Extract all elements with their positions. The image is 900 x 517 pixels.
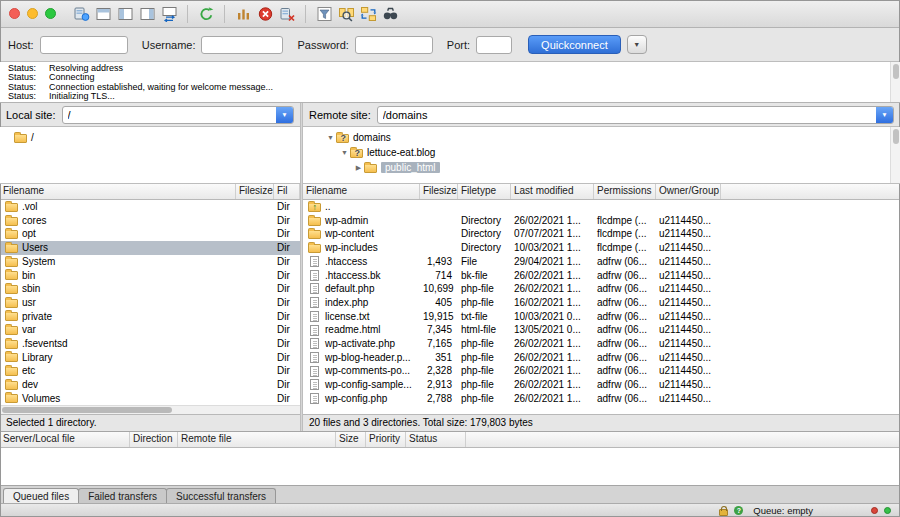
- disconnect-icon[interactable]: [276, 3, 298, 24]
- remote-tree-item[interactable]: ▼lettuce-eat.blog: [303, 145, 900, 160]
- local-file-row[interactable]: VolumesDir: [0, 392, 300, 405]
- local-file-row[interactable]: usrDir: [0, 296, 300, 310]
- filename-text: Library: [22, 351, 53, 365]
- remote-file-row[interactable]: .htaccess1,493File29/04/2021 1...adfrw (…: [303, 255, 900, 269]
- remote-file-row[interactable]: readme.html7,345html-file13/05/2021 0...…: [303, 323, 900, 337]
- minimize-button[interactable]: [27, 8, 38, 19]
- local-file-row[interactable]: varDir: [0, 323, 300, 337]
- remote-file-row[interactable]: wp-includesDirectory10/03/2021 1...flcdm…: [303, 241, 900, 255]
- remote-file-row[interactable]: wp-config.php2,788php-file26/02/2021 1..…: [303, 392, 900, 406]
- filename-text: wp-activate.php: [325, 337, 395, 351]
- local-column-header[interactable]: Filename: [0, 184, 236, 199]
- folder-icon: [5, 353, 18, 362]
- local-file-row[interactable]: privateDir: [0, 310, 300, 324]
- permissions-cell: flcdmpe (...: [594, 241, 656, 255]
- site-manager-icon[interactable]: [70, 3, 92, 24]
- remote-file-row[interactable]: license.txt19,915txt-file10/03/2021 0...…: [303, 310, 900, 324]
- remote-tree-scrollbar-thumb[interactable]: [893, 129, 899, 144]
- remote-file-row[interactable]: wp-contentDirectory07/07/2021 1...flcdmp…: [303, 227, 900, 241]
- local-file-row[interactable]: binDir: [0, 268, 300, 282]
- folder-icon: [5, 394, 18, 403]
- remote-file-row[interactable]: wp-adminDirectory26/02/2021 1...flcdmpe …: [303, 214, 900, 228]
- local-column-header[interactable]: Filesize: [236, 184, 274, 199]
- local-file-row[interactable]: devDir: [0, 378, 300, 392]
- port-input[interactable]: [476, 36, 512, 54]
- remote-column-header[interactable]: Filetype: [458, 184, 511, 199]
- tree-expand-arrow[interactable]: ▼: [339, 149, 350, 156]
- remote-column-header[interactable]: Permissions: [594, 184, 656, 199]
- remote-file-row[interactable]: wp-config-sample...2,913php-file26/02/20…: [303, 378, 900, 392]
- filename-text: .htaccess: [325, 255, 367, 269]
- zoom-button[interactable]: [45, 8, 56, 19]
- permissions-cell: adfrw (06...: [594, 378, 656, 392]
- remote-column-header[interactable]: Filesize: [420, 184, 458, 199]
- find-files-icon[interactable]: [379, 3, 401, 24]
- filesize-cell: 1,493: [420, 255, 458, 269]
- filter-icon[interactable]: [313, 3, 335, 24]
- activity-led-red: [871, 507, 878, 514]
- quickconnect-button[interactable]: Quickconnect: [528, 35, 621, 54]
- synchronized-browsing-icon[interactable]: [357, 3, 379, 24]
- filename-text: wp-config-sample...: [325, 378, 412, 392]
- log-scrollbar-thumb[interactable]: [893, 64, 899, 79]
- tab-failed-transfers[interactable]: Failed transfers: [78, 488, 167, 503]
- queue-column-header[interactable]: Status: [406, 432, 466, 447]
- local-file-row[interactable]: LibraryDir: [0, 351, 300, 365]
- toggle-log-icon[interactable]: [92, 3, 114, 24]
- remote-file-row[interactable]: index.php405php-file16/02/2021 1...adfrw…: [303, 296, 900, 310]
- remote-column-header[interactable]: Last modified: [511, 184, 594, 199]
- remote-file-row[interactable]: .htaccess.bk714bk-file26/02/2021 1...adf…: [303, 268, 900, 282]
- local-file-row[interactable]: optDir: [0, 227, 300, 241]
- filename-text: wp-admin: [325, 214, 368, 228]
- local-file-row[interactable]: etcDir: [0, 364, 300, 378]
- remote-tree-item[interactable]: ▼domains: [303, 130, 900, 145]
- toggle-transfer-queue-icon[interactable]: [158, 3, 180, 24]
- local-file-row[interactable]: sbinDir: [0, 282, 300, 296]
- compare-directories-icon[interactable]: [335, 3, 357, 24]
- close-button[interactable]: [9, 8, 20, 19]
- remote-site-dropdown-button[interactable]: ▼: [876, 107, 893, 123]
- lock-icon[interactable]: [719, 509, 728, 516]
- filename-cell: .htaccess.bk: [303, 269, 420, 283]
- local-file-row[interactable]: coresDir: [0, 214, 300, 228]
- local-tree-item[interactable]: /: [0, 130, 300, 145]
- local-file-row[interactable]: .volDir: [0, 200, 300, 214]
- remote-file-row[interactable]: wp-blog-header.p...351php-file26/02/2021…: [303, 351, 900, 365]
- local-column-header[interactable]: Fil: [274, 184, 300, 199]
- process-queue-icon[interactable]: [232, 3, 254, 24]
- queue-column-header[interactable]: Remote file: [178, 432, 336, 447]
- local-site-dropdown-button[interactable]: ▼: [276, 107, 293, 123]
- queue-column-header[interactable]: Direction: [130, 432, 178, 447]
- tree-expand-arrow[interactable]: ▶: [353, 164, 364, 172]
- remote-file-row[interactable]: default.php10,699php-file26/02/2021 1...…: [303, 282, 900, 296]
- toggle-remote-tree-icon[interactable]: [136, 3, 158, 24]
- host-input[interactable]: [40, 36, 128, 54]
- quickconnect-dropdown-button[interactable]: ▼: [627, 35, 647, 54]
- remote-file-row[interactable]: wp-comments-po...2,328php-file26/02/2021…: [303, 364, 900, 378]
- local-file-row[interactable]: SystemDir: [0, 255, 300, 269]
- filetype-cell: Dir: [274, 378, 300, 392]
- local-scrollbar-thumb[interactable]: [2, 407, 172, 413]
- local-site-input[interactable]: [62, 106, 294, 124]
- remote-file-row[interactable]: ..: [303, 200, 900, 214]
- question-icon[interactable]: ?: [734, 506, 743, 515]
- queue-column-header[interactable]: Server/Local file: [0, 432, 130, 447]
- refresh-icon[interactable]: [195, 3, 217, 24]
- local-file-row[interactable]: .fseventsdDir: [0, 337, 300, 351]
- queue-column-header[interactable]: Size: [336, 432, 366, 447]
- remote-tree-item[interactable]: ▶public_html: [303, 160, 900, 175]
- password-input[interactable]: [355, 36, 433, 54]
- username-input[interactable]: [201, 36, 283, 54]
- tree-expand-arrow[interactable]: ▼: [325, 134, 336, 141]
- toggle-local-tree-icon[interactable]: [114, 3, 136, 24]
- remote-column-header[interactable]: Filename: [303, 184, 420, 199]
- local-file-row[interactable]: UsersDir: [0, 241, 300, 255]
- tab-queued-files[interactable]: Queued files: [3, 488, 79, 503]
- owner-group-cell: u2114450...: [656, 282, 721, 296]
- cancel-icon[interactable]: [254, 3, 276, 24]
- remote-file-row[interactable]: wp-activate.php7,165php-file26/02/2021 1…: [303, 337, 900, 351]
- tab-successful-transfers[interactable]: Successful transfers: [166, 488, 276, 503]
- queue-column-header[interactable]: Priority: [366, 432, 406, 447]
- remote-site-input[interactable]: [377, 106, 894, 124]
- remote-column-header[interactable]: Owner/Group: [656, 184, 721, 199]
